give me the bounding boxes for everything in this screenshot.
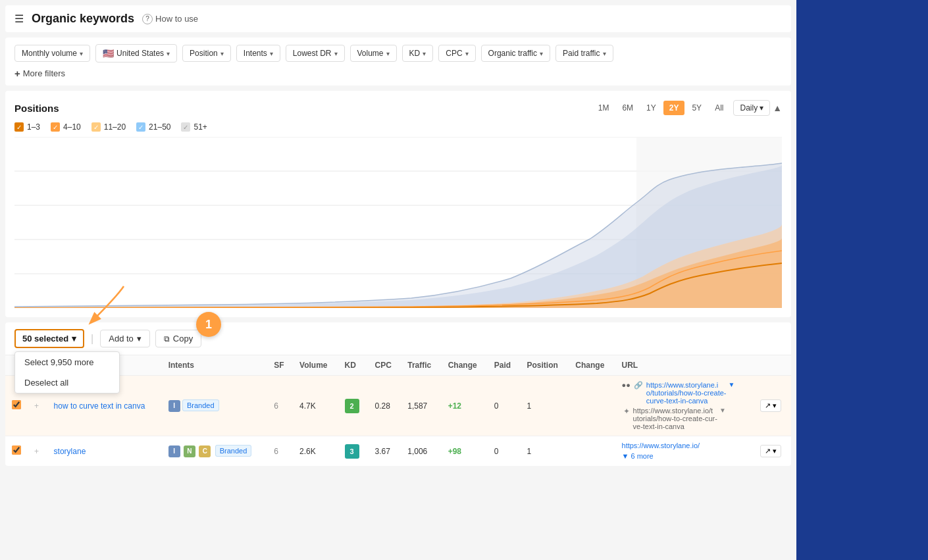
- more-urls-link[interactable]: ▼ 6 more: [622, 452, 654, 460]
- cpc-value: 0.28: [375, 401, 390, 411]
- intent-badge-i: I: [168, 400, 180, 412]
- page-title: Organic keywords: [32, 12, 134, 26]
- url-chevron-icon: ▼: [719, 407, 726, 414]
- keyword-link[interactable]: storylane: [54, 447, 86, 456]
- legend-check-1-3[interactable]: ✓: [14, 122, 24, 132]
- traffic-value: 1,587: [407, 401, 427, 411]
- page-header: ☰ Organic keywords ? How to use: [5, 5, 791, 32]
- col-change: Change: [442, 355, 488, 376]
- plus-icon[interactable]: +: [34, 401, 39, 411]
- chevron-down-icon: ▾: [603, 50, 606, 57]
- chevron-down-icon: ▾: [540, 50, 543, 57]
- intent-badge-i: I: [168, 445, 180, 457]
- chevron-down-icon: ▾: [270, 50, 273, 57]
- url-main-link[interactable]: https://www.storylane.io/tutorials/how-t…: [646, 381, 727, 405]
- cpc-value: 3.67: [375, 447, 390, 456]
- row-keyword-cell: storylane: [47, 436, 162, 467]
- right-panel: [796, 0, 928, 560]
- url-expand-icon[interactable]: ▼: [728, 381, 735, 388]
- paid-traffic-filter[interactable]: Paid traffic ▾: [555, 45, 613, 62]
- time-btn-2y[interactable]: 2Y: [663, 101, 685, 115]
- cpc-filter[interactable]: CPC ▾: [438, 45, 475, 62]
- volume-filter[interactable]: Volume ▾: [350, 45, 397, 62]
- position-value: 1: [527, 447, 532, 456]
- branded-badge: Branded: [215, 445, 252, 457]
- plus-icon[interactable]: +: [34, 447, 39, 456]
- trend-btn[interactable]: ↗ ▾: [760, 445, 781, 457]
- time-btn-5y[interactable]: 5Y: [686, 101, 708, 115]
- table-row: + how to curve text in canva I Branded 6…: [5, 376, 791, 436]
- chevron-down-icon: ▾: [334, 50, 338, 57]
- position-value: 1: [527, 401, 532, 411]
- row-kd-cell: 3: [338, 436, 369, 467]
- col-volume: Volume: [293, 355, 338, 376]
- row-change-cell: +98: [442, 436, 488, 467]
- plus-icon: +: [14, 68, 20, 79]
- time-btn-1m[interactable]: 1M: [592, 101, 615, 115]
- chevron-down-icon: ▾: [423, 50, 426, 57]
- monthly-volume-filter[interactable]: Monthly volume ▾: [14, 45, 90, 62]
- organic-traffic-filter[interactable]: Organic traffic ▾: [481, 45, 550, 62]
- menu-icon[interactable]: ☰: [14, 13, 24, 25]
- how-to-use-link[interactable]: ? How to use: [142, 14, 198, 24]
- deselect-all-item[interactable]: Deselect all: [15, 372, 119, 393]
- col-url: URL: [615, 355, 754, 376]
- collapse-chart-btn[interactable]: ▲: [773, 103, 782, 113]
- separator: |: [91, 333, 93, 345]
- select-more-item[interactable]: Select 9,950 more: [15, 352, 119, 372]
- chevron-down-icon: ▾: [137, 334, 142, 344]
- url-main-link[interactable]: https://www.storylane.io/: [622, 442, 747, 449]
- flag-icon: 🇺🇸: [103, 48, 114, 59]
- row-intents-cell: I N C Branded: [162, 436, 268, 467]
- legend-check-4-10[interactable]: ✓: [51, 122, 60, 132]
- position-filter[interactable]: Position ▾: [182, 45, 231, 62]
- time-btn-1y[interactable]: 1Y: [640, 101, 662, 115]
- row-position-cell: 1: [521, 376, 569, 436]
- more-filters-btn[interactable]: + More filters: [14, 68, 782, 79]
- chevron-down-icon: ▾: [386, 50, 390, 57]
- time-btn-all[interactable]: All: [709, 101, 729, 115]
- row-sf-cell: 6: [267, 376, 293, 436]
- row-traffic-cell: 1,006: [401, 436, 441, 467]
- intent-badge-c: C: [199, 445, 211, 457]
- row-url-cell: https://www.storylane.io/ ▼ 6 more: [615, 436, 754, 467]
- sf-value: 6: [274, 447, 278, 456]
- paid-value: 0: [494, 447, 499, 456]
- row-add-cell: +: [28, 436, 47, 467]
- row-sf-cell: 6: [267, 436, 293, 467]
- intents-filter[interactable]: Intents ▾: [236, 45, 280, 62]
- row-checkbox-cell[interactable]: [5, 436, 28, 467]
- kd-filter[interactable]: KD ▾: [402, 45, 434, 62]
- row-change-cell: +12: [442, 376, 488, 436]
- lowest-dr-filter[interactable]: Lowest DR ▾: [286, 45, 345, 62]
- row-position-change-cell: [569, 436, 615, 467]
- row-position-cell: 1: [521, 436, 569, 467]
- legend-check-51plus[interactable]: ✓: [181, 122, 190, 132]
- legend-item-4-10: ✓ 4–10: [51, 122, 81, 132]
- volume-value: 2.6K: [299, 447, 316, 456]
- keywords-table: Keyword Intents SF Volume KD CPC Traffic…: [5, 355, 791, 466]
- col-cpc: CPC: [369, 355, 401, 376]
- row-checkbox[interactable]: [12, 445, 21, 455]
- legend-check-21-50[interactable]: ✓: [136, 122, 145, 132]
- legend-check-11-20[interactable]: ✓: [91, 122, 101, 132]
- row-action-cell: ↗ ▾: [754, 376, 791, 436]
- selected-btn[interactable]: 50 selected ▾: [14, 329, 84, 348]
- chart-legend: ✓ 1–3 ✓ 4–10 ✓ 11–20 ✓ 21–50 ✓ 51+: [14, 122, 782, 132]
- intent-badge-n: N: [184, 445, 195, 457]
- trend-btn[interactable]: ↗ ▾: [760, 399, 781, 412]
- keyword-link[interactable]: how to curve text in canva: [54, 401, 145, 411]
- chevron-down-icon: ▾: [72, 334, 76, 344]
- copy-btn[interactable]: ⧉ Copy: [155, 330, 201, 347]
- col-position-change: Change: [569, 355, 615, 376]
- branded-badge: Branded: [182, 399, 219, 411]
- country-filter[interactable]: 🇺🇸 United States ▾: [95, 44, 177, 63]
- kd-badge: 3: [345, 444, 359, 459]
- row-cpc-cell: 3.67: [369, 436, 401, 467]
- add-to-btn[interactable]: Add to ▾: [100, 330, 150, 347]
- row-checkbox[interactable]: [12, 400, 21, 409]
- table-section: 50 selected ▾ Select 9,950 more Deselect…: [5, 322, 791, 466]
- question-icon: ?: [142, 14, 153, 24]
- granularity-btn[interactable]: Daily ▾: [733, 100, 770, 116]
- time-btn-6m[interactable]: 6M: [616, 101, 639, 115]
